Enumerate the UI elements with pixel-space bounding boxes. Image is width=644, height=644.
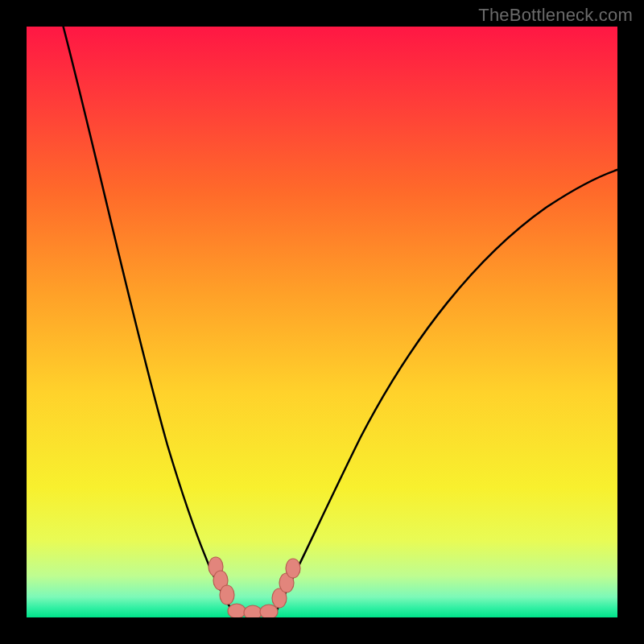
marker-dot — [228, 604, 246, 617]
curve-left — [61, 27, 236, 617]
chart-container: TheBottleneck.com — [0, 0, 644, 644]
trough-markers — [208, 557, 300, 617]
plot-area — [27, 27, 617, 617]
curve-right — [273, 168, 617, 617]
marker-dot — [244, 605, 262, 617]
marker-dot — [286, 559, 300, 578]
bottleneck-curves — [27, 27, 617, 617]
marker-dot — [220, 585, 234, 605]
watermark-text: TheBottleneck.com — [478, 5, 633, 26]
